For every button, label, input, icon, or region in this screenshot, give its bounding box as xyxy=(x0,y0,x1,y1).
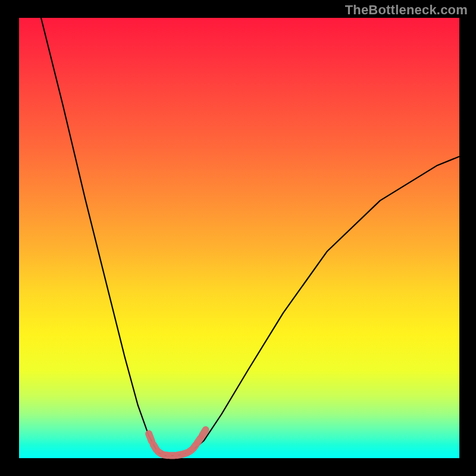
chart-frame: TheBottleneck.com xyxy=(0,0,476,476)
plot-area xyxy=(19,18,459,458)
watermark-label: TheBottleneck.com xyxy=(345,2,468,18)
